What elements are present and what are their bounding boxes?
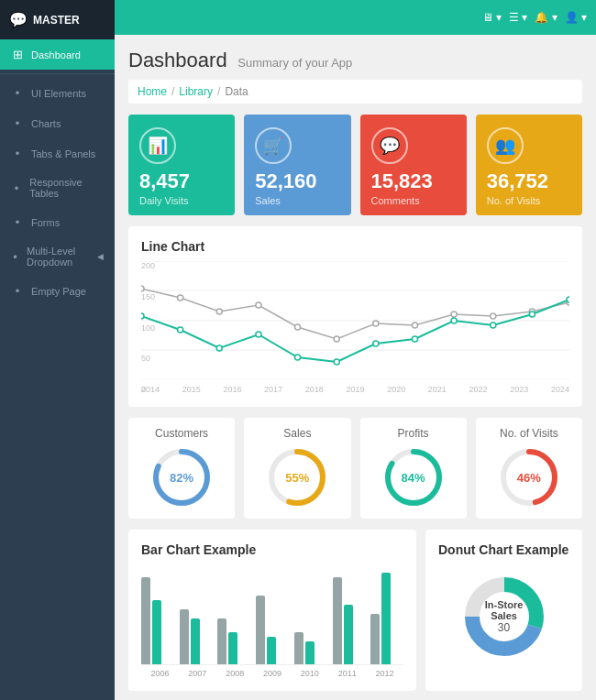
svg-point-7 [216,309,222,314]
bar-green-1 [191,618,200,664]
stat-card-2: 💬 15,823 Comments [360,115,467,215]
sidebar-item-multi-level-dropdown[interactable]: •Multi-Level Dropdown◀ [0,237,115,276]
bar-gray-6 [370,614,380,664]
topbar: 🖥 ▾ ☰ ▾ 🔔 ▾ 👤 ▾ [115,0,596,35]
sidebar-item-forms[interactable]: •Forms [0,207,115,237]
bar-green-0 [152,600,161,664]
gauge-percent-0: 82% [170,471,193,485]
svg-point-13 [451,312,457,317]
gauge-wrap-2: 84% [381,445,446,509]
stat-icon-3: 👥 [487,127,524,164]
svg-point-18 [178,327,183,333]
sidebar-item-responsive-tables[interactable]: •Responsive Tables [0,169,115,207]
bar-green-6 [381,573,391,664]
gauge-percent-3: 46% [517,471,541,485]
svg-point-17 [141,313,144,319]
line-chart-card: Line Chart 200150100500 [128,226,582,407]
gauge-title-3: No. of Visits [485,427,573,440]
bell-icon[interactable]: 🔔 ▾ [535,11,557,24]
stat-label-2: Comments [371,195,420,206]
stat-label-0: Daily Visits [139,195,189,206]
gauge-cards: Customers 82% Sales 55% Profits 84% [128,418,582,519]
gauge-card-1: Sales 55% [244,418,350,519]
bar-gray-5 [333,577,342,664]
svg-point-20 [256,332,261,337]
donut-chart-card: Donut Chart Example In-Store Sales 30 [425,530,582,691]
sidebar-item-tabs-&-panels[interactable]: •Tabs & Panels [0,138,115,169]
breadcrumb-current: Data [225,85,248,98]
bar-green-4 [305,641,315,664]
bar-gray-3 [256,596,265,664]
stat-value-1: 52,160 [255,170,316,193]
donut-label: In-Store Sales [479,599,529,621]
donut-wrap: In-Store Sales 30 [454,566,555,667]
bars-icon[interactable]: ☰ ▾ [509,11,527,24]
page-title-row: Dashboard Summary of your App [128,49,582,72]
stat-cards: 📊 8,457 Daily Visits 🛒 52,160 Sales 💬 15… [128,115,582,215]
svg-point-24 [412,336,417,342]
x-axis: 2014201520162017201820192020202120222023… [141,385,569,394]
bar-green-3 [267,637,276,664]
bar-chart-card: Bar Chart Example 2006200720082009201020… [128,530,416,691]
breadcrumb: Home / Library / Data [128,80,582,104]
bar-gray-2 [217,618,226,664]
gauge-title-1: Sales [253,427,341,440]
stat-value-3: 36,752 [487,170,548,193]
monitor-icon[interactable]: 🖥 ▾ [482,11,502,24]
gauge-percent-1: 55% [285,471,309,485]
bar-group-6 [370,573,403,664]
stat-card-1: 🛒 52,160 Sales [244,115,350,215]
page-subtitle: Summary of your App [237,56,352,70]
bar-group-4 [294,632,327,664]
app-name: MASTER [33,14,80,27]
stat-icon-2: 💬 [371,127,408,164]
sidebar-item-ui-elements[interactable]: •UI Elements [0,78,115,108]
svg-point-6 [178,295,183,301]
svg-point-11 [373,321,379,326]
page-title: Dashboard [128,49,227,71]
svg-point-14 [491,313,496,319]
svg-point-5 [141,286,144,291]
svg-point-19 [216,345,222,351]
sidebar: 💬 MASTER ⊞Dashboard•UI Elements•Charts•T… [0,0,115,700]
bar-green-5 [344,605,353,664]
svg-point-22 [334,359,339,365]
bar-chart-wrap: 2006200720082009201020112012 [141,564,403,678]
bar-group-0 [141,577,174,664]
gauge-card-3: No. of Visits 46% [476,418,582,519]
sidebar-item-dashboard[interactable]: ⊞Dashboard [0,39,115,70]
user-icon[interactable]: 👤 ▾ [565,11,587,24]
svg-point-23 [373,341,379,346]
breadcrumb-library[interactable]: Library [179,85,213,98]
gauge-percent-2: 84% [402,471,425,485]
bar-group-5 [333,577,366,664]
gauge-wrap-1: 55% [265,445,329,509]
gauge-card-0: Customers 82% [128,418,235,519]
svg-point-26 [491,323,496,328]
svg-point-27 [529,312,535,317]
bar-gray-1 [180,609,189,664]
bar-group-2 [217,618,250,664]
bottom-charts: Bar Chart Example 2006200720082009201020… [128,530,582,691]
main-wrap: 🖥 ▾ ☰ ▾ 🔔 ▾ 👤 ▾ Dashboard Summary of you… [115,0,596,700]
stat-label-3: No. of Visits [487,195,541,206]
stat-card-3: 👥 36,752 No. of Visits [476,115,582,215]
stat-value-0: 8,457 [139,170,190,193]
sidebar-item-empty-page[interactable]: •Empty Page [0,276,115,306]
svg-point-10 [334,336,339,342]
bar-group-1 [180,609,213,664]
line-chart-svg [141,261,569,380]
bar-group-3 [256,596,289,664]
line-chart-title: Line Chart [141,239,569,254]
gauge-title-2: Profits [370,427,458,440]
donut-value: 30 [479,621,529,634]
svg-point-25 [451,318,457,323]
svg-point-9 [295,324,301,330]
bar-chart-title: Bar Chart Example [141,542,403,557]
bar-labels: 2006200720082009201020112012 [141,669,403,678]
bar-gray-0 [141,577,150,664]
breadcrumb-home[interactable]: Home [138,85,167,98]
svg-point-28 [567,297,569,302]
stat-icon-0: 📊 [139,127,176,164]
sidebar-item-charts[interactable]: •Charts [0,108,115,138]
